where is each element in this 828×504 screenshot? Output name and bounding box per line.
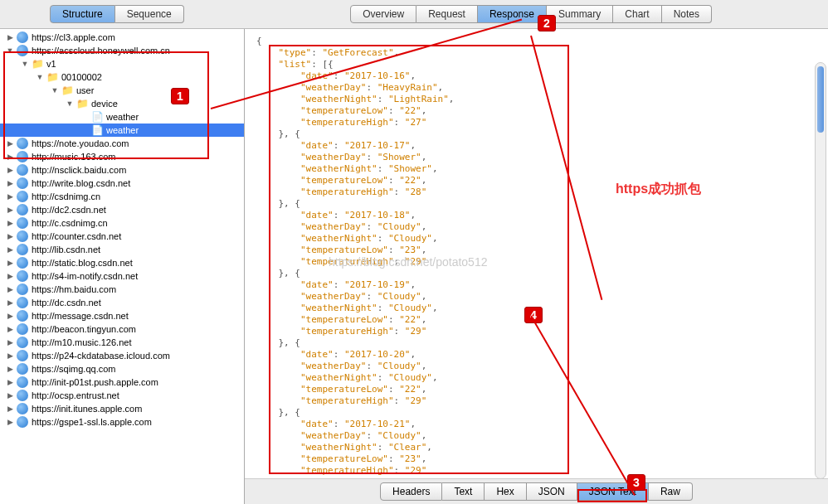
tree-item[interactable]: ▼📁v1 (0, 57, 244, 70)
disclosure-triangle-icon[interactable]: ▶ (5, 178, 15, 188)
tab-structure[interactable]: Structure (50, 5, 115, 23)
bottom-tab-json[interactable]: JSON (527, 482, 577, 501)
disclosure-triangle-icon[interactable]: ▼ (65, 99, 75, 109)
tree-item[interactable]: ▶https://cl3.apple.com (0, 31, 244, 44)
globe-icon (17, 350, 28, 361)
tree-item[interactable]: ▶http://m10.music.126.net (0, 336, 244, 349)
tree-item[interactable]: ▶http://beacon.tingyun.com (0, 322, 244, 336)
disclosure-triangle-icon[interactable]: ▶ (5, 324, 15, 334)
tree-item-label: http://music.163.com (32, 152, 116, 162)
bottom-tab-hex[interactable]: Hex (485, 482, 526, 501)
left-tab-group: StructureSequence (50, 5, 184, 23)
disclosure-triangle-icon[interactable]: ▶ (5, 284, 15, 294)
disclosure-triangle-icon[interactable]: ▶ (5, 218, 15, 228)
disclosure-triangle-icon[interactable]: ▶ (5, 311, 15, 321)
globe-icon (17, 270, 28, 282)
disclosure-triangle-icon[interactable]: ▶ (5, 138, 15, 148)
tree-item[interactable]: ▼📁device (0, 97, 244, 110)
tree-item-label: weather (106, 112, 139, 122)
tab-summary[interactable]: Summary (547, 5, 613, 23)
tree-item[interactable]: ▶http://c.csdnimg.cn (0, 216, 244, 230)
tab-notes[interactable]: Notes (662, 5, 712, 23)
tree-item[interactable]: ▼https://acscloud.honeywell.com.cn (0, 44, 244, 57)
tree-item[interactable]: 📄weather (0, 124, 244, 137)
tree-item[interactable]: ▶https://sqimg.qq.com (0, 362, 244, 376)
tree-item-label: http://init-p01st.push.apple.com (32, 377, 158, 387)
disclosure-triangle-icon[interactable]: ▶ (5, 32, 15, 42)
bottom-tab-headers[interactable]: Headers (380, 482, 442, 501)
tree-item[interactable]: ▶http://lib.csdn.net (0, 243, 244, 256)
disclosure-triangle-icon[interactable]: ▶ (5, 245, 15, 254)
disclosure-triangle-icon[interactable]: ▶ (5, 377, 15, 387)
tree-item[interactable]: ▶http://ocsp.entrust.net (0, 389, 244, 402)
tree-item[interactable]: ▶https://p24-ckdatabase.icloud.com (0, 349, 244, 362)
bottom-tab-json-text[interactable]: JSON Text (577, 482, 649, 501)
tree-item-label: https://note.youdao.com (32, 138, 129, 148)
tab-sequence[interactable]: Sequence (115, 5, 184, 23)
content-pane: { "type": "GetForecast", "list": [{ "dat… (245, 29, 828, 504)
tab-chart[interactable]: Chart (613, 5, 661, 23)
globe-icon (17, 297, 28, 308)
tree-item[interactable]: ▶http://counter.csdn.net (0, 230, 244, 243)
file-icon: 📄 (91, 111, 103, 123)
disclosure-triangle-icon[interactable]: ▶ (5, 258, 15, 268)
tree-item[interactable]: ▶http://csdnimg.cn (0, 190, 244, 203)
tree-item[interactable]: ▼📁user (0, 84, 244, 97)
globe-icon (17, 257, 28, 269)
tree-item[interactable]: ▶http://static.blog.csdn.net (0, 256, 244, 269)
tree-item[interactable]: ▼📁00100002 (0, 70, 244, 84)
tree-item[interactable]: 📄weather (0, 110, 244, 124)
bottom-tab-text[interactable]: Text (442, 482, 485, 501)
disclosure-triangle-icon[interactable]: ▶ (5, 404, 15, 414)
disclosure-triangle-icon[interactable]: ▶ (5, 205, 15, 215)
disclosure-triangle-icon[interactable]: ▼ (35, 72, 45, 82)
tab-overview[interactable]: Overview (350, 5, 416, 23)
content-scrollbar[interactable] (815, 62, 826, 479)
tree-item[interactable]: ▶http://write.blog.csdn.net (0, 177, 244, 190)
tab-response[interactable]: Response (478, 5, 547, 23)
disclosure-triangle-icon[interactable]: ▼ (20, 59, 30, 69)
disclosure-triangle-icon[interactable]: ▶ (5, 337, 15, 347)
tree-item[interactable]: ▶http://s4-im-notify.csdn.net (0, 269, 244, 283)
tree-item[interactable]: ▶http://music.163.com (0, 150, 244, 163)
scroll-thumb[interactable] (817, 66, 824, 133)
globe-icon (17, 363, 28, 375)
tree-item[interactable]: ▶https://init.itunes.apple.com (0, 402, 244, 415)
disclosure-triangle-icon[interactable]: ▶ (5, 152, 15, 162)
tree-item[interactable]: ▶http://message.csdn.net (0, 309, 244, 322)
globe-icon (17, 230, 28, 242)
globe-icon (17, 32, 28, 43)
tree-item[interactable]: ▶https://hm.baidu.com (0, 283, 244, 296)
tab-request[interactable]: Request (416, 5, 478, 23)
disclosure-triangle-icon[interactable]: ▶ (5, 351, 15, 361)
disclosure-triangle-icon[interactable]: ▶ (5, 271, 15, 281)
disclosure-triangle-icon[interactable]: ▶ (5, 417, 15, 427)
tree-item[interactable]: ▶http://init-p01st.push.apple.com (0, 376, 244, 389)
folder-icon: 📁 (32, 58, 43, 70)
tree-item[interactable]: ▶https://note.youdao.com (0, 137, 244, 150)
disclosure-triangle-icon[interactable]: ▶ (5, 390, 15, 400)
sidebar-tree[interactable]: ▶https://cl3.apple.com▼https://acscloud.… (0, 29, 245, 504)
disclosure-triangle-icon[interactable]: ▶ (5, 298, 15, 308)
disclosure-triangle-icon[interactable]: ▶ (5, 165, 15, 175)
globe-icon (17, 284, 28, 295)
bottom-tab-raw[interactable]: Raw (649, 482, 693, 501)
tree-item[interactable]: ▶https://gspe1-ssl.ls.apple.com (0, 415, 244, 429)
json-response-text[interactable]: { "type": "GetForecast", "list": [{ "dat… (245, 29, 828, 478)
disclosure-triangle-icon[interactable]: ▶ (5, 364, 15, 374)
tree-item-label: http://c.csdnimg.cn (32, 218, 108, 228)
tree-item[interactable]: ▶http://nsclick.baidu.com (0, 163, 244, 177)
globe-icon (17, 45, 28, 56)
tree-item-label: http://nsclick.baidu.com (32, 165, 126, 175)
tree-item[interactable]: ▶http://dc.csdn.net (0, 296, 244, 309)
globe-icon (17, 151, 28, 162)
tree-item[interactable]: ▶http://dc2.csdn.net (0, 203, 244, 216)
disclosure-triangle-icon[interactable]: ▶ (5, 191, 15, 201)
tree-item-label: https://acscloud.honeywell.com.cn (32, 46, 170, 56)
tree-item-label: http://counter.csdn.net (32, 231, 121, 241)
disclosure-triangle-icon[interactable]: ▼ (5, 46, 15, 56)
globe-icon (17, 164, 28, 176)
globe-icon (17, 204, 28, 216)
disclosure-triangle-icon[interactable]: ▼ (50, 85, 60, 95)
disclosure-triangle-icon[interactable]: ▶ (5, 231, 15, 241)
